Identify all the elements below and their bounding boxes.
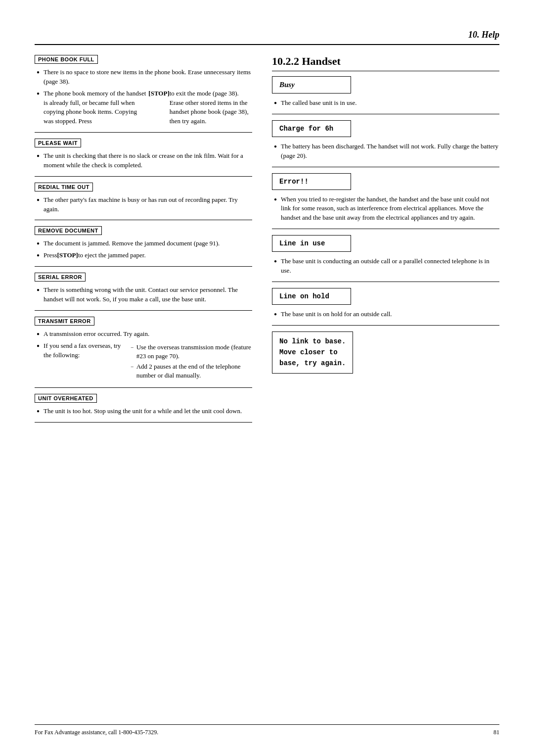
list-item: If you send a fax overseas, try the foll… [37, 341, 252, 382]
bullets-remove-document: The document is jammed. Remove the jamme… [37, 239, 252, 260]
list-item: Use the overseas transmission mode (feat… [131, 343, 252, 361]
label-serial-error: SERIAL ERROR [35, 273, 86, 282]
bullets-transmit-error: A transmission error occurred. Try again… [37, 330, 252, 382]
list-item: The document is jammed. Remove the jamme… [37, 239, 252, 248]
divider [272, 167, 499, 167]
section-serial-error: SERIAL ERROR There is something wrong wi… [35, 273, 252, 304]
list-item: Press [STOP] to eject the jammed paper. [37, 251, 252, 260]
footer-text: For Fax Advantage assistance, call 1-800… [35, 729, 158, 736]
list-item: Add 2 pauses at the end of the telephone… [131, 362, 252, 380]
left-column: PHONE BOOK FULL There is no space to sto… [35, 55, 252, 428]
label-remove-document: REMOVE DOCUMENT [35, 226, 102, 235]
bullets-serial-error: There is something wrong with the unit. … [37, 285, 252, 304]
label-transmit-error: TRANSMIT ERROR [35, 317, 94, 326]
bullets-busy: The called base unit is in use. [274, 98, 499, 108]
page-header: 10. Help [35, 30, 499, 45]
divider [272, 229, 499, 229]
page-header-title: 10. Help [468, 30, 499, 40]
page: 10. Help PHONE BOOK FULL There is no spa… [0, 0, 534, 756]
label-please-wait: PLEASE WAIT [35, 139, 81, 147]
display-error: Error!! [272, 173, 351, 190]
list-item: There is something wrong with the unit. … [37, 285, 252, 304]
list-item: The other party's fax machine is busy or… [37, 195, 252, 214]
section-phone-book-full: PHONE BOOK FULL There is no space to sto… [35, 55, 252, 126]
label-phone-book-full: PHONE BOOK FULL [35, 55, 98, 64]
label-unit-overheated: UNIT OVERHEATED [35, 394, 97, 403]
section-title: 10.2.2 Handset [272, 55, 499, 71]
bullets-unit-overheated: The unit is too hot. Stop using the unit… [37, 407, 252, 416]
section-transmit-error: TRANSMIT ERROR A transmission error occu… [35, 317, 252, 382]
section-busy: Busy The called base unit is in use. [272, 76, 499, 108]
divider [35, 132, 252, 133]
display-line-on-hold: Line on hold [272, 288, 351, 305]
divider [272, 325, 499, 326]
list-item: The called base unit is in use. [274, 98, 499, 108]
list-item: There is no space to store new items in … [37, 68, 252, 87]
list-item: The unit is too hot. Stop using the unit… [37, 407, 252, 416]
divider [35, 220, 252, 220]
display-busy: Busy [272, 76, 351, 94]
section-error: Error!! When you tried to re-register th… [272, 173, 499, 223]
list-item: The battery has been discharged. The han… [274, 142, 499, 161]
display-no-link-to-base: No link to base.Move closer tobase, try … [272, 331, 353, 374]
bullets-please-wait: The unit is checking that there is no sl… [37, 151, 252, 170]
divider [35, 310, 252, 311]
bullets-charge-for-6h: The battery has been discharged. The han… [274, 142, 499, 161]
section-remove-document: REMOVE DOCUMENT The document is jammed. … [35, 226, 252, 260]
divider [35, 387, 252, 388]
sub-list-transmit-error: Use the overseas transmission mode (feat… [131, 343, 252, 382]
bullets-phone-book-full: There is no space to store new items in … [37, 68, 252, 126]
display-charge-for-6h: Charge for 6h [272, 120, 351, 137]
bullets-error: When you tried to re-register the handse… [274, 195, 499, 223]
list-item: When you tried to re-register the handse… [274, 195, 499, 223]
list-item: The phone book memory of the handset is … [37, 89, 252, 126]
section-charge-for-6h: Charge for 6h The battery has been disch… [272, 120, 499, 161]
label-redial-time-out: REDIAL TIME OUT [35, 183, 93, 191]
section-unit-overheated: UNIT OVERHEATED The unit is too hot. Sto… [35, 394, 252, 416]
display-line-in-use: Line in use [272, 235, 351, 252]
divider [272, 282, 499, 282]
section-line-in-use: Line in use The base unit is conducting … [272, 235, 499, 276]
section-redial-time-out: REDIAL TIME OUT The other party's fax ma… [35, 183, 252, 214]
bullets-line-in-use: The base unit is conducting an outside c… [274, 257, 499, 276]
section-title-text: 10.2.2 Handset [272, 55, 341, 67]
section-no-link-to-base: No link to base.Move closer tobase, try … [272, 331, 499, 378]
list-item: The base unit is on hold for an outside … [274, 310, 499, 319]
list-item: The base unit is conducting an outside c… [274, 257, 499, 276]
divider [35, 266, 252, 267]
list-item: A transmission error occurred. Try again… [37, 330, 252, 339]
two-col-layout: PHONE BOOK FULL There is no space to sto… [35, 55, 499, 428]
right-column: 10.2.2 Handset Busy The called base unit… [272, 55, 499, 428]
page-footer: For Fax Advantage assistance, call 1-800… [35, 724, 499, 736]
divider [35, 176, 252, 177]
divider [35, 422, 252, 423]
bullets-redial-time-out: The other party's fax machine is busy or… [37, 195, 252, 214]
divider [272, 114, 499, 114]
section-please-wait: PLEASE WAIT The unit is checking that th… [35, 139, 252, 170]
section-line-on-hold: Line on hold The base unit is on hold fo… [272, 288, 499, 319]
list-item: The unit is checking that there is no sl… [37, 151, 252, 170]
page-number: 81 [493, 729, 499, 736]
bullets-line-on-hold: The base unit is on hold for an outside … [274, 310, 499, 319]
